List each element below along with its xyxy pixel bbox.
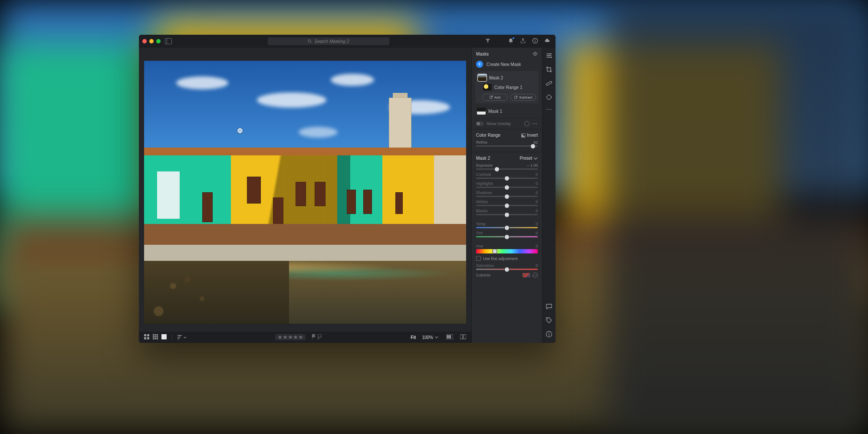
- checkbox-icon: [476, 256, 481, 261]
- whites-slider[interactable]: Whites0: [476, 200, 538, 206]
- mask-1-row[interactable]: Mask 1: [472, 106, 542, 118]
- flag-pick-button[interactable]: [312, 334, 316, 340]
- svg-line-1: [311, 42, 312, 43]
- svg-point-34: [547, 95, 551, 99]
- mask-subtract-button[interactable]: Subtract: [510, 94, 536, 101]
- svg-rect-14: [157, 336, 158, 337]
- bell-icon: [508, 38, 514, 44]
- color-range-label: Color Range 1: [494, 85, 522, 90]
- edit-tool-button[interactable]: [546, 52, 552, 60]
- compare-icon: [460, 334, 466, 339]
- temp-slider[interactable]: Temp0: [476, 222, 538, 228]
- overlay-more-button[interactable]: ⋯: [532, 123, 538, 125]
- filter-button[interactable]: [485, 38, 490, 44]
- tint-slider[interactable]: Tint0: [476, 231, 538, 237]
- grid-large-view-button[interactable]: [153, 334, 158, 340]
- saturation-slider[interactable]: Saturation0: [476, 263, 538, 270]
- crop-icon: [546, 66, 552, 73]
- maximize-window-button[interactable]: [156, 39, 161, 43]
- svg-rect-10: [155, 334, 156, 335]
- show-overlay-toggle[interactable]: [476, 122, 484, 126]
- masking-tool-button[interactable]: [546, 94, 552, 102]
- search-input[interactable]: Search Masking 2: [268, 37, 389, 45]
- rating-stars[interactable]: [275, 334, 306, 340]
- colorize-toggle[interactable]: [533, 273, 538, 278]
- heal-tool-button[interactable]: [546, 80, 552, 88]
- tag-icon: [546, 317, 552, 324]
- toggle-sidebar-button[interactable]: [165, 38, 172, 44]
- titlebar: Search Masking 2: [139, 35, 556, 48]
- flag-icon: [312, 334, 316, 339]
- overlay-color-button[interactable]: [524, 121, 529, 126]
- notifications-button[interactable]: [508, 38, 514, 45]
- svg-rect-15: [153, 338, 154, 339]
- overlay-row: Show Overlay ⋯: [472, 118, 542, 129]
- svg-rect-21: [178, 339, 179, 339]
- svg-rect-33: [546, 81, 552, 85]
- app-window: Search Masking 2: [139, 35, 556, 343]
- star-icon: [299, 335, 303, 339]
- create-mask-button[interactable]: + Create New Mask: [472, 59, 542, 71]
- blacks-slider[interactable]: Blacks0: [476, 209, 538, 215]
- minimize-window-button[interactable]: [149, 39, 154, 43]
- zoom-fit-button[interactable]: Fit: [411, 335, 416, 340]
- refine-slider[interactable]: Refine92: [476, 140, 538, 147]
- photo-content: [144, 61, 466, 324]
- eye-icon[interactable]: [533, 51, 538, 56]
- share-button[interactable]: [520, 38, 526, 45]
- create-mask-label: Create New Mask: [487, 62, 521, 67]
- svg-rect-37: [549, 334, 549, 336]
- svg-rect-20: [178, 337, 181, 338]
- invert-button[interactable]: Invert: [521, 133, 538, 138]
- more-tools-button[interactable]: ⋯: [546, 108, 552, 112]
- show-overlay-label: Show Overlay: [487, 122, 511, 126]
- color-range-row[interactable]: Color Range 1: [477, 82, 537, 92]
- cloud-icon: [544, 38, 550, 44]
- svg-rect-16: [155, 338, 156, 339]
- comments-button[interactable]: [546, 303, 552, 311]
- right-panel: Masks + Create New Mask Mask 2 Color Ran…: [471, 48, 542, 343]
- svg-point-35: [547, 319, 548, 319]
- color-sample-point[interactable]: [237, 128, 243, 133]
- colorize-swatch[interactable]: [523, 273, 530, 277]
- filmstrip-toggle-button[interactable]: [446, 334, 453, 340]
- mask-add-button[interactable]: Add: [482, 94, 508, 101]
- chevron-down-icon: [533, 156, 538, 161]
- cloud-sync-button[interactable]: [544, 38, 550, 45]
- hue-slider[interactable]: Hue0: [476, 244, 538, 253]
- mask-thumbnail: [477, 108, 486, 115]
- mask-2-label: Mask 2: [489, 76, 503, 80]
- svg-rect-7: [144, 337, 146, 339]
- mask-1-label: Mask 1: [488, 109, 502, 114]
- contrast-slider[interactable]: Contrast0: [476, 172, 538, 179]
- keywords-button[interactable]: [546, 317, 552, 325]
- highlights-slider[interactable]: Highlights0: [476, 181, 538, 188]
- canvas-area: Fit 100%: [139, 48, 471, 343]
- svg-rect-26: [464, 335, 466, 339]
- svg-point-32: [551, 56, 552, 58]
- zoom-level-select[interactable]: 100%: [422, 335, 438, 340]
- fine-adjustment-checkbox[interactable]: Use fine adjustment: [476, 256, 538, 261]
- section-title: Mask 2: [476, 156, 490, 161]
- close-window-button[interactable]: [142, 39, 147, 43]
- compare-toggle-button[interactable]: [460, 334, 466, 340]
- info-panel-button[interactable]: [546, 331, 552, 339]
- flag-reject-button[interactable]: [318, 334, 322, 340]
- exposure-slider[interactable]: Exposure– 1.00: [476, 163, 538, 170]
- subtract-icon: [514, 95, 518, 99]
- mask-2-row[interactable]: Mask 2: [477, 73, 537, 82]
- detail-view-button[interactable]: [161, 334, 167, 340]
- grid-view-button[interactable]: [144, 334, 149, 340]
- svg-rect-18: [161, 334, 167, 339]
- color-range-section: Color Range Invert Refine92: [472, 129, 542, 152]
- sort-button[interactable]: [178, 335, 187, 339]
- preset-dropdown[interactable]: Preset: [519, 156, 538, 161]
- invert-icon: [521, 133, 526, 138]
- section-title: Color Range: [476, 133, 500, 138]
- shadows-slider[interactable]: Shadows0: [476, 191, 538, 197]
- info-button[interactable]: [532, 38, 538, 45]
- crop-tool-button[interactable]: [546, 66, 552, 74]
- mask-adjustments-section: Mask 2 Preset Exposure– 1.00 Contrast0: [472, 152, 542, 280]
- photo-canvas[interactable]: [144, 61, 466, 324]
- svg-rect-28: [514, 96, 517, 99]
